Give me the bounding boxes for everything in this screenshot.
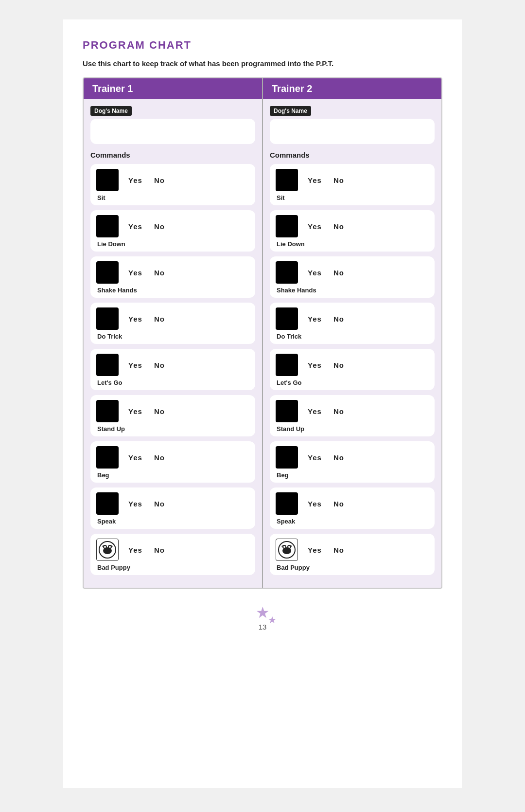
trainer-1-badpuppy-name: Bad Puppy — [96, 564, 249, 571]
trainer-1-badpuppy-yesno: Yes No — [128, 546, 165, 554]
trainer-1-header: Trainer 1 — [84, 78, 262, 99]
trainer-2-sit-top: Yes No — [276, 169, 429, 191]
trainer-2-standup-yes: Yes — [308, 407, 322, 415]
trainer-1-speak-icon — [96, 492, 119, 515]
trainer-2-letsgo-yes: Yes — [308, 361, 322, 369]
trainer-1-letsgo-icon — [96, 354, 119, 376]
trainer-2-dog-name-label: Dog's Name — [270, 106, 311, 116]
trainer-2-beg-no: No — [333, 453, 344, 462]
trainer-2-speak-yes: Yes — [308, 500, 322, 508]
trainer-1-standup-no: No — [154, 407, 165, 415]
trainer-2-liedown-top: Yes No — [276, 215, 429, 237]
trainer-2-speak-row: Yes No Speak — [270, 487, 435, 529]
star-small-icon: ★ — [268, 614, 277, 626]
trainer-2-dotrick-top: Yes No — [276, 307, 429, 330]
trainer-1-commands-label: Commands — [90, 151, 255, 159]
trainer-1-dotrick-icon — [96, 307, 119, 330]
trainer-1-liedown-row: Yes No Lie Down — [90, 210, 255, 252]
chart-container: Trainer 1 Dog's Name Commands Yes No Sit — [83, 77, 442, 589]
trainer-2-beg-yes: Yes — [308, 453, 322, 462]
trainer-1-speak-top: Yes No — [96, 492, 249, 515]
trainer-1-speak-name: Speak — [96, 518, 249, 525]
trainer-1-speak-yes: Yes — [128, 500, 142, 508]
trainer-1-liedown-no: No — [154, 222, 165, 231]
trainer-1-badpuppy-icon — [96, 539, 119, 561]
trainer-1-dotrick-name: Do Trick — [96, 333, 249, 340]
trainer-2-dotrick-row: Yes No Do Trick — [270, 303, 435, 344]
trainer-2-sit-no: No — [333, 176, 344, 184]
trainer-1-beg-icon — [96, 446, 119, 469]
trainer-1-dog-name-box[interactable] — [90, 119, 255, 144]
trainer-2-letsgo-top: Yes No — [276, 354, 429, 376]
trainer-1-speak-yesno: Yes No — [128, 500, 165, 508]
trainer-1-letsgo-top: Yes No — [96, 354, 249, 376]
trainer-1-standup-yesno: Yes No — [128, 407, 165, 415]
trainer-1-liedown-icon — [96, 215, 119, 237]
trainer-2-badpuppy-row: Yes No Bad Puppy — [270, 534, 435, 575]
trainer-2-shakehands-row: Yes No Shake Hands — [270, 256, 435, 298]
trainer-2-letsgo-name: Let's Go — [276, 379, 429, 386]
subtitle: Use this chart to keep track of what has… — [83, 59, 442, 68]
trainer-2-standup-name: Stand Up — [276, 425, 429, 433]
svg-point-4 — [104, 546, 106, 548]
trainer-2-shakehands-name: Shake Hands — [276, 287, 429, 294]
star-icon: ★ ★ — [256, 603, 270, 622]
trainer-2-shakehands-top: Yes No — [276, 261, 429, 284]
trainer-1-shakehands-yes: Yes — [128, 269, 142, 277]
trainer-2-letsgo-icon — [276, 354, 298, 376]
trainer-1-dotrick-yes: Yes — [128, 315, 142, 323]
trainer-2-dotrick-yes: Yes — [308, 315, 322, 323]
trainer-2-beg-icon — [276, 446, 298, 469]
trainer-2-dotrick-yesno: Yes No — [308, 315, 344, 323]
trainer-2-shakehands-no: No — [333, 269, 344, 277]
trainer-1-inner: Dog's Name Commands Yes No Sit — [84, 106, 262, 575]
trainer-1-sit-top: Yes No — [96, 169, 249, 191]
trainer-2-sit-name: Sit — [276, 194, 429, 201]
trainer-1-speak-row: Yes No Speak — [90, 487, 255, 529]
trainer-1-sit-name: Sit — [96, 194, 249, 201]
trainer-2-standup-icon — [276, 400, 298, 422]
trainer-1-letsgo-name: Let's Go — [96, 379, 249, 386]
trainer-2-commands-label: Commands — [270, 151, 435, 159]
trainer-1-sit-yes: Yes — [128, 176, 142, 184]
trainer-2-dotrick-no: No — [333, 315, 344, 323]
svg-point-12 — [283, 546, 285, 548]
trainer-2-dotrick-icon — [276, 307, 298, 330]
bad-puppy-svg-2 — [278, 541, 296, 559]
trainer-1-sit-icon — [96, 169, 119, 191]
trainer-2-beg-name: Beg — [276, 471, 429, 479]
trainer-1-shakehands-name: Shake Hands — [96, 287, 249, 294]
trainer-1-beg-row: Yes No Beg — [90, 441, 255, 483]
trainer-1-letsgo-yesno: Yes No — [128, 361, 165, 369]
trainer-1-dotrick-row: Yes No Do Trick — [90, 303, 255, 344]
trainer-2-dog-name-box[interactable] — [270, 119, 435, 144]
trainer-1-speak-no: No — [154, 500, 165, 508]
trainer-2-speak-no: No — [333, 500, 344, 508]
trainer-2-speak-icon — [276, 492, 298, 515]
trainer-1-standup-yes: Yes — [128, 407, 142, 415]
trainer-2-standup-yesno: Yes No — [308, 407, 344, 415]
trainer-2-inner: Dog's Name Commands Yes No Sit — [263, 106, 441, 575]
trainer-2-liedown-yesno: Yes No — [308, 222, 344, 231]
trainer-1-standup-icon — [96, 400, 119, 422]
trainer-2-badpuppy-name: Bad Puppy — [276, 564, 429, 571]
trainer-1-shakehands-yesno: Yes No — [128, 269, 165, 277]
trainer-2-badpuppy-no: No — [333, 546, 344, 554]
trainer-2-col: Trainer 2 Dog's Name Commands Yes No Sit — [263, 78, 441, 588]
trainer-1-shakehands-no: No — [154, 269, 165, 277]
trainer-1-dotrick-top: Yes No — [96, 307, 249, 330]
trainer-1-liedown-name: Lie Down — [96, 240, 249, 248]
trainer-1-badpuppy-row: Yes No Bad Puppy — [90, 534, 255, 575]
trainer-1-shakehands-row: Yes No Shake Hands — [90, 256, 255, 298]
trainer-2-badpuppy-top: Yes No — [276, 539, 429, 561]
trainer-2-speak-top: Yes No — [276, 492, 429, 515]
trainer-2-standup-top: Yes No — [276, 400, 429, 422]
trainer-1-badpuppy-top: Yes No — [96, 539, 249, 561]
trainer-1-col: Trainer 1 Dog's Name Commands Yes No Sit — [84, 78, 263, 588]
trainer-1-dotrick-no: No — [154, 315, 165, 323]
trainer-2-badpuppy-yes: Yes — [308, 546, 322, 554]
trainer-1-standup-name: Stand Up — [96, 425, 249, 433]
trainer-1-beg-name: Beg — [96, 471, 249, 479]
trainer-2-speak-yesno: Yes No — [308, 500, 344, 508]
trainer-2-shakehands-yes: Yes — [308, 269, 322, 277]
